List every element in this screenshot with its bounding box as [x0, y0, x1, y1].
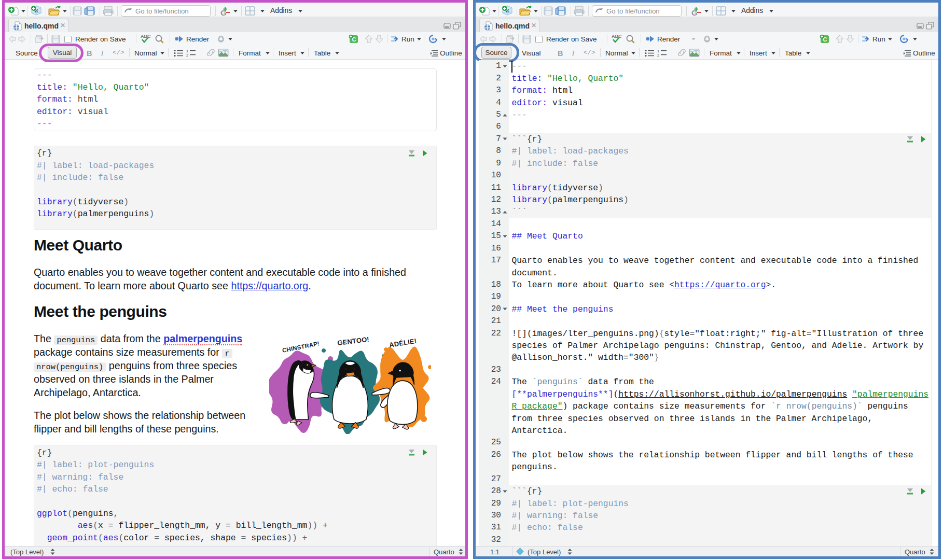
- svg-text:2: 2: [657, 53, 659, 57]
- svg-text:CHINSTRAP!: CHINSTRAP!: [282, 340, 320, 354]
- svg-text:GENTOO!: GENTOO!: [337, 335, 370, 347]
- svg-text:ADÉLIE!: ADÉLIE!: [389, 337, 417, 349]
- svg-text:ABC: ABC: [612, 34, 622, 39]
- svg-text:2: 2: [186, 53, 188, 57]
- svg-text:ABC: ABC: [141, 34, 151, 39]
